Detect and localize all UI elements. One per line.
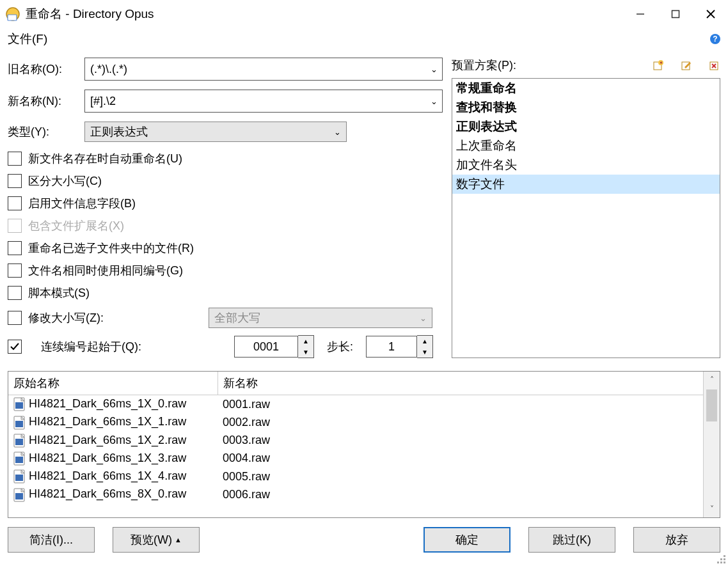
scroll-down-icon[interactable]: ˅ [704,501,720,517]
new-name-label: 新名称(N): [8,93,84,109]
seq-start-label: 连续编号起始于(Q): [41,339,221,354]
simple-button[interactable]: 简洁(I)... [8,527,95,553]
resize-grip[interactable] [715,553,725,563]
col-newname[interactable]: 新名称 [218,372,703,395]
preset-item[interactable]: 常规重命名 [452,79,720,98]
case-sensitive-label: 区分大小写(C) [28,173,102,189]
step-spinner: ▲ ▼ [366,335,433,358]
file-icon [13,469,25,483]
file-menu[interactable]: 文件(F) [8,31,47,47]
cell-newname: 0002.raw [218,413,703,431]
preset-item[interactable]: 数字文件 [452,175,720,194]
preset-item[interactable]: 上次重命名 [452,136,720,155]
chevron-down-icon: ⌄ [334,127,341,137]
file-icon [13,488,25,502]
same-number-checkbox[interactable] [8,263,22,278]
seq-start-down[interactable]: ▼ [298,347,313,358]
file-icon [13,416,25,430]
preset-item[interactable]: 正则表达式 [452,117,720,136]
modify-case-label: 修改大小写(Z): [28,310,209,326]
auto-rename-label: 新文件名存在时自动重命名(U) [28,151,182,166]
old-name-label: 旧名称(O): [8,61,84,77]
type-select-value: 正则表达式 [90,124,148,139]
abandon-button[interactable]: 放弃 [633,527,720,553]
window-title: 重命名 - Directory Opus [26,6,622,22]
case-option-select: 全部大写 ⌄ [209,308,432,328]
new-name-input[interactable] [84,90,443,113]
step-down[interactable]: ▼ [417,347,432,358]
use-fileinfo-checkbox[interactable] [8,196,22,210]
col-original[interactable]: 原始名称 [8,372,218,395]
step-input[interactable] [366,336,417,358]
use-fileinfo-label: 启用文件信息字段(B) [28,196,136,211]
preset-list[interactable]: 常规重命名查找和替换正则表达式上次重命名加文件名头数字文件 [452,78,720,358]
cell-original: HI4821_Dark_66ms_1X_1.raw [8,413,218,431]
old-name-input-wrap: ⌄ [84,58,443,81]
presets-label: 预置方案(P): [452,58,636,73]
svg-rect-14 [15,402,23,409]
include-ext-checkbox [8,219,22,233]
svg-rect-3 [672,11,679,18]
maximize-button[interactable] [658,0,693,28]
table-row[interactable]: HI4821_Dark_66ms_1X_2.raw0003.raw [8,432,703,450]
preview-scrollbar[interactable]: ˄ ˅ [703,372,720,517]
minimize-button[interactable] [622,0,658,28]
cell-newname: 0001.raw [218,395,703,414]
cell-newname: 0003.raw [218,432,703,450]
delete-preset-icon[interactable] [709,59,720,71]
preset-item[interactable]: 查找和替换 [452,98,720,117]
table-row[interactable]: HI4821_Dark_66ms_1X_4.raw0005.raw [8,468,703,485]
scroll-up-icon[interactable]: ˄ [704,372,720,388]
cell-newname: 0004.raw [218,450,703,468]
file-icon [13,397,25,411]
cell-original: HI4821_Dark_66ms_1X_4.raw [8,468,218,485]
skip-button[interactable]: 跳过(K) [528,527,615,553]
seq-start-up[interactable]: ▲ [298,336,313,347]
rename-subfolders-checkbox[interactable] [8,241,22,255]
step-up[interactable]: ▲ [417,336,432,347]
file-icon [13,434,25,448]
auto-rename-checkbox[interactable] [8,152,22,166]
preview-pane: 原始名称 新名称 HI4821_Dark_66ms_1X_0.raw0001.r… [8,371,720,518]
case-sensitive-checkbox[interactable] [8,174,22,188]
table-row[interactable]: HI4821_Dark_66ms_1X_3.raw0004.raw [8,450,703,468]
step-label: 步长: [327,339,353,354]
type-select[interactable]: 正则表达式 ⌄ [84,122,347,142]
scroll-thumb[interactable] [706,389,717,421]
modify-case-checkbox[interactable] [8,311,22,325]
cell-original: HI4821_Dark_66ms_1X_0.raw [8,395,218,414]
file-icon [13,452,25,466]
seq-start-input[interactable] [234,336,298,358]
svg-rect-18 [15,439,23,445]
help-icon[interactable]: ? [710,34,720,44]
cell-original: HI4821_Dark_66ms_8X_0.raw [8,485,218,503]
table-row[interactable]: HI4821_Dark_66ms_1X_1.raw0002.raw [8,413,703,431]
title-bar: 重命名 - Directory Opus [0,0,728,28]
cell-original: HI4821_Dark_66ms_1X_3.raw [8,450,218,468]
ok-button[interactable]: 确定 [423,527,510,553]
preview-button[interactable]: 预览(W)▲ [113,527,200,553]
svg-rect-22 [15,475,23,481]
svg-rect-16 [15,421,23,427]
edit-preset-icon[interactable] [681,59,692,71]
include-ext-label: 包含文件扩展名(X) [28,218,124,233]
same-number-label: 文件名相同时使用相同编号(G) [28,263,183,278]
svg-text:✶: ✶ [659,60,663,66]
type-label: 类型(Y): [8,124,84,139]
scroll-track[interactable] [704,388,720,501]
app-icon [5,6,20,22]
script-mode-checkbox[interactable] [8,286,22,300]
svg-rect-24 [15,493,23,499]
close-button[interactable] [693,0,728,28]
add-preset-icon[interactable]: ✶ [653,59,664,71]
svg-rect-1 [8,15,17,20]
old-name-input[interactable] [84,58,443,81]
cell-newname: 0006.raw [218,485,703,503]
table-row[interactable]: HI4821_Dark_66ms_8X_0.raw0006.raw [8,485,703,503]
caret-up-icon: ▲ [175,536,182,544]
table-row[interactable]: HI4821_Dark_66ms_1X_0.raw0001.raw [8,395,703,414]
case-option-value: 全部大写 [214,310,260,326]
menu-bar: 文件(F) ? [0,28,728,50]
seq-start-checkbox[interactable] [8,340,22,354]
preset-item[interactable]: 加文件名头 [452,155,720,175]
